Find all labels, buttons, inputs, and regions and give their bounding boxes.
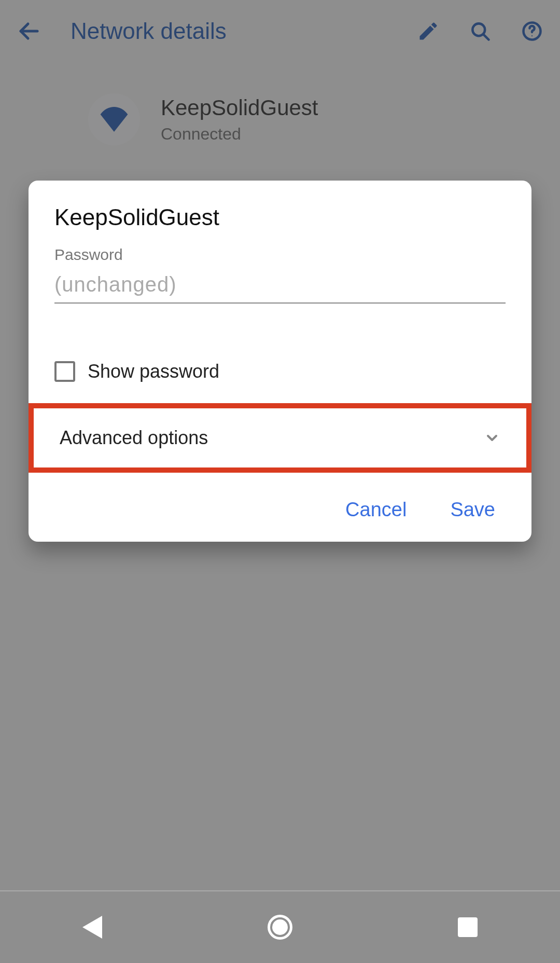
dialog-title: KeepSolidGuest [54,204,506,230]
dialog-actions: Cancel Save [54,493,506,526]
nav-back-button[interactable] [82,916,102,939]
show-password-label: Show password [88,361,219,382]
system-nav-bar [0,890,560,963]
show-password-row[interactable]: Show password [54,361,506,382]
nav-recent-icon [458,917,478,937]
password-input[interactable] [54,264,506,304]
nav-home-button[interactable] [268,915,292,940]
edit-network-dialog: KeepSolidGuest Password Show password Ad… [29,181,531,542]
show-password-checkbox[interactable] [54,361,75,382]
advanced-options-label: Advanced options [60,427,208,449]
nav-recent-button[interactable] [458,917,478,937]
advanced-options-row[interactable]: Advanced options [29,403,531,473]
cancel-button[interactable]: Cancel [339,493,413,526]
password-label: Password [54,246,506,264]
save-button[interactable]: Save [444,493,501,526]
nav-home-icon [268,915,292,940]
chevron-down-icon [484,430,500,446]
nav-back-icon [82,916,102,939]
